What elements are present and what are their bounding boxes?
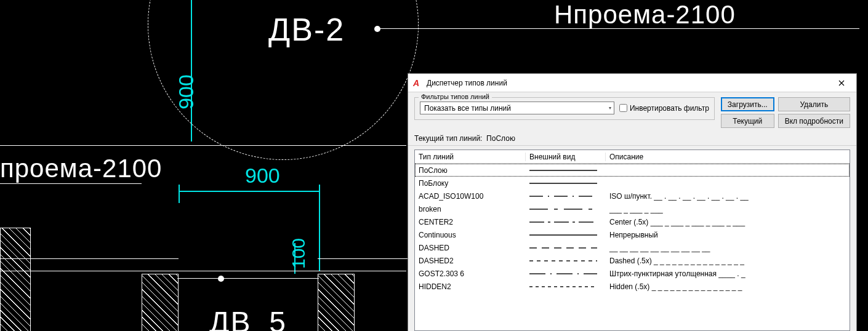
cad-hatch (318, 274, 355, 331)
table-header: Тип линий Внешний вид Описание (415, 150, 850, 164)
cad-line (0, 271, 406, 271)
cell-name: CENTER2 (415, 218, 526, 226)
cad-label-hproema2: проема-2100 (0, 154, 162, 183)
cell-name: Continuous (415, 231, 526, 239)
filter-section: Фильтры типов линий Показать все типы ли… (408, 92, 856, 132)
app-icon: A (413, 78, 423, 88)
cad-label-dv5: ДВ_5 (209, 305, 287, 331)
table-row[interactable]: ПоСлою (415, 164, 850, 177)
linetype-table: Тип линий Внешний вид Описание ПоСлоюПоБ… (414, 150, 850, 331)
cad-hatch (142, 274, 179, 331)
cell-description: Непрерывный (606, 231, 850, 239)
cell-name: broken (415, 205, 526, 213)
col-name[interactable]: Тип линий (415, 153, 526, 161)
cad-dim-line (179, 191, 320, 192)
cad-leader (0, 183, 142, 184)
table-row[interactable]: DASHED__ __ __ __ __ __ __ __ __ __ (415, 241, 850, 254)
table-row[interactable]: HIDDEN2Hidden (.5x) _ _ _ _ _ _ _ _ _ _ … (415, 280, 850, 293)
filter-dropdown[interactable]: Показать все типы линий ▾ (420, 102, 614, 114)
details-button[interactable]: Вкл подробности (778, 114, 850, 128)
table-row[interactable]: ACAD_ISO10W100ISO ш/пункт. __ . __ . __ … (415, 189, 850, 202)
cell-appearance (526, 269, 606, 278)
cell-name: ПоСлою (415, 166, 526, 175)
cell-appearance (526, 257, 606, 265)
cell-appearance (526, 231, 606, 239)
cell-name: HIDDEN2 (415, 282, 526, 291)
invert-filter-checkbox[interactable]: Инвертировать фильтр (619, 104, 709, 113)
filter-legend: Фильтры типов линий (419, 93, 492, 100)
dropdown-value: Показать все типы линий (424, 104, 511, 113)
linetype-manager-dialog: A Диспетчер типов линий Фильтры типов ли… (408, 73, 857, 331)
cell-description: ISO ш/пункт. __ . __ . __ . __ . __ . __… (606, 192, 850, 201)
cell-name: GOST2.303 6 (415, 269, 526, 278)
table-row[interactable]: broken___ _ ___ _ ___ (415, 202, 850, 215)
cell-appearance (526, 166, 606, 175)
close-icon (838, 80, 845, 86)
cell-description: Center (.5x) ___ _ ___ _ ___ _ ___ _ ___ (606, 218, 850, 226)
close-button[interactable] (829, 74, 854, 92)
filter-group: Фильтры типов линий Показать все типы ли… (414, 97, 715, 120)
cad-label-hproema1: Нпроема-2100 (554, 0, 736, 30)
button-column: Загрузить... Удалить Текущий Вкл подробн… (721, 97, 850, 128)
table-row[interactable]: GOST2.303 6Штрих-пунктирная утолщенная _… (415, 267, 850, 280)
cad-leader (177, 278, 319, 279)
current-linetype-label: Текущий тип линий: ПоСлою (408, 132, 856, 146)
cad-arc (148, 0, 419, 160)
cell-description: Dashed (.5x) _ _ _ _ _ _ _ _ _ _ _ _ _ _… (606, 257, 850, 265)
delete-button[interactable]: Удалить (778, 97, 850, 111)
cell-description: __ __ __ __ __ __ __ __ __ __ (606, 244, 850, 252)
cell-appearance (526, 282, 606, 291)
cad-line (318, 258, 410, 259)
cad-dim-900h: 900 (245, 164, 280, 188)
cell-description: Hidden (.5x) _ _ _ _ _ _ _ _ _ _ _ _ _ _… (606, 282, 850, 291)
titlebar[interactable]: A Диспетчер типов линий (408, 74, 856, 92)
cell-description: ___ _ ___ _ ___ (606, 205, 850, 213)
cell-appearance (526, 218, 606, 226)
cad-node (218, 276, 224, 282)
col-description[interactable]: Описание (606, 153, 850, 161)
invert-filter-label: Инвертировать фильтр (630, 104, 709, 113)
chevron-down-icon: ▾ (609, 105, 611, 111)
table-row[interactable]: ПоБлоку (415, 177, 850, 189)
cell-appearance (526, 179, 606, 188)
table-row[interactable]: ContinuousНепрерывный (415, 228, 850, 241)
current-button[interactable]: Текущий (721, 114, 774, 128)
dialog-title: Диспетчер типов линий (427, 79, 829, 87)
cad-dim-tick (319, 185, 320, 271)
table-row[interactable]: DASHED2Dashed (.5x) _ _ _ _ _ _ _ _ _ _ … (415, 254, 850, 267)
cad-dim-tick (179, 185, 180, 203)
cad-dim-100: 100 (288, 238, 309, 269)
cad-hatch (0, 228, 31, 331)
cell-appearance (526, 244, 606, 252)
cell-appearance (526, 205, 606, 213)
cell-description: Штрих-пунктирная утолщенная ____ . _ (606, 269, 850, 278)
table-row[interactable]: CENTER2Center (.5x) ___ _ ___ _ ___ _ __… (415, 215, 850, 228)
col-appearance[interactable]: Внешний вид (526, 153, 606, 161)
cad-leader (527, 28, 859, 29)
load-button[interactable]: Загрузить... (721, 97, 774, 111)
cell-name: ACAD_ISO10W100 (415, 192, 526, 201)
cell-appearance (526, 192, 606, 201)
cell-name: DASHED2 (415, 257, 526, 265)
invert-filter-input[interactable] (619, 104, 627, 112)
cad-line (0, 145, 406, 146)
cell-name: DASHED (415, 244, 526, 252)
table-body: ПоСлоюПоБлокуACAD_ISO10W100ISO ш/пункт. … (415, 164, 850, 293)
cell-name: ПоБлоку (415, 179, 526, 188)
